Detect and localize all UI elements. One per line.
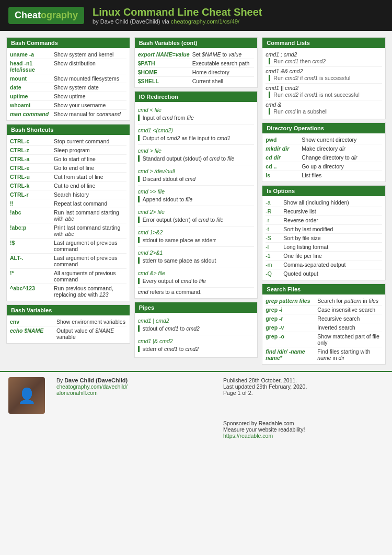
table-row: head -n1 /etc/issue Show distribution xyxy=(10,59,126,74)
io-desc: stderr of cmd1 to cmd2 xyxy=(138,346,255,352)
io-cmd: cmd < file xyxy=(138,106,255,114)
cmd-label: CTRL-u xyxy=(10,174,52,180)
cl-cmd: cmd1 && cmd2 xyxy=(266,68,382,74)
cmd-desc: Go to end of line xyxy=(54,165,126,171)
ls-flag: -S xyxy=(266,235,281,241)
io-row: cmd < file Input of cmd from file xyxy=(138,104,255,124)
cmd-desc: Show mounted filesystems xyxy=(54,75,126,82)
table-row: CTRL-k Cut to end of line xyxy=(10,182,126,190)
sf-row: grep -i Case insensitive search xyxy=(266,305,382,314)
cmd-label: mount xyxy=(10,75,52,82)
sf-desc: Show matched part of file only xyxy=(317,333,382,346)
table-row: mkdir dir Make directory dir xyxy=(266,144,382,153)
bash-shortcuts-body: CTRL-c Stop current command CTRL-z Sleep… xyxy=(7,135,130,301)
bash-variables-section: Bash Variables env Show environment vari… xyxy=(6,304,130,344)
sponsor-desc: Measure your website readability! xyxy=(223,426,384,433)
ls-row: -t Sort by last modified xyxy=(266,225,382,234)
io-cmd: cmd > file xyxy=(138,146,255,155)
updated-date: Last updated 29th February, 2020. xyxy=(223,383,384,390)
cmd-desc: Change directory to dir xyxy=(302,154,382,161)
cmd-desc: Last argument of previous command xyxy=(54,240,126,252)
cmd-desc: Show current directory xyxy=(302,137,382,143)
cmd-label: mkdir dir xyxy=(266,145,299,152)
footer-author-info: By Dave Child (DaveChild) cheatography.c… xyxy=(56,377,217,396)
cmd-desc: Last argument of previous command xyxy=(54,255,126,267)
io-redirection-section: IO Redirection cmd < file Input of cmd f… xyxy=(134,91,258,299)
cmd-label: whoami xyxy=(10,102,52,108)
cl-bar: Run cmd2 if cmd1 is successful xyxy=(269,75,382,81)
table-row: !abc Run last command starting with abc xyxy=(10,208,126,223)
cmd-label: ^abc^123 xyxy=(10,285,52,291)
table-row: env Show environment variables xyxy=(10,318,126,326)
cmd-label: cd dir xyxy=(266,154,299,161)
cheatography-link[interactable]: cheatography.com/1/cs/49/ xyxy=(171,18,239,25)
table-row: ALT-. Last argument of previous command xyxy=(10,254,126,269)
ls-desc: Sort by last modified xyxy=(283,226,382,232)
cmd-label: !abc xyxy=(10,209,52,216)
ls-desc: Recursive list xyxy=(283,208,382,214)
cl-cmd: cmd & xyxy=(266,101,382,108)
sf-desc: Find files starting with name in dir xyxy=(317,348,382,361)
pipes-section: Pipes cmd1 | cmd2 stdout of cmd1 to cmd2… xyxy=(134,302,258,358)
cmd-list-row: cmd1 || cmd2 Run cmd2 if cmd1 is not suc… xyxy=(266,84,382,100)
cmd-label: echo $NAME xyxy=(10,327,54,334)
table-row: $PATH Executable search path xyxy=(138,59,255,68)
io-desc: stdout of cmd1 to cmd2 xyxy=(138,325,255,332)
io-cmd: cmd >> file xyxy=(138,187,255,196)
io-desc: Input of cmd from file xyxy=(138,115,255,121)
cmd-desc: Run last command starting with abc xyxy=(54,209,126,222)
io-cmd: cmd 2> file xyxy=(138,208,255,216)
ls-row: -m Comma-separated output xyxy=(266,260,382,269)
io-note: cmd refers to a command. xyxy=(138,288,255,296)
table-row: !abc:p Print last command starting with … xyxy=(10,223,126,239)
bash-variables-cont-heading: Bash Variables (cont) xyxy=(135,38,258,48)
sponsor-link[interactable]: https://readable.com xyxy=(223,433,273,439)
io-cmd: cmd1 |& cmd2 xyxy=(138,337,255,345)
cmd-label: $HOME xyxy=(138,69,190,75)
io-desc: Output of cmd2 as file input to cmd1 xyxy=(138,135,255,141)
io-row: cmd > /dev/null Discard stdout of cmd xyxy=(138,165,255,186)
table-row: $HOME Home directory xyxy=(138,68,255,77)
cmd-desc: List files xyxy=(302,172,382,178)
io-desc: Standard output (stdout) of cmd to file xyxy=(138,155,255,162)
io-desc: stderr to same place as stdout xyxy=(138,257,255,264)
logo: Cheatography xyxy=(8,7,84,24)
sf-row: grep -v Inverted search xyxy=(266,323,382,332)
io-row: cmd 2>&1 stderr to same place as stdout xyxy=(138,247,255,267)
cmd-desc: Cut to end of line xyxy=(54,183,126,189)
page-title: Linux Command Line Cheat Sheet xyxy=(93,6,262,18)
bash-commands-body: uname -a Show system and kernel head -n1… xyxy=(7,48,130,120)
table-row: uname -a Show system and kernel xyxy=(10,50,126,59)
cmd-label: env xyxy=(10,319,54,325)
ls-row: -1 One file per line xyxy=(266,252,382,260)
page-number: Page 1 of 2. xyxy=(223,390,384,396)
search-files-heading: Search Files xyxy=(262,284,385,295)
cl-cmd: cmd1 ; cmd2 xyxy=(266,51,382,58)
author-website-link[interactable]: cheatography.com/davechild/ xyxy=(56,383,128,390)
author-blog-link[interactable]: aloneonahill.com xyxy=(56,390,98,396)
table-row: CTRL-u Cut from start of line xyxy=(10,173,126,182)
bash-variables-heading: Bash Variables xyxy=(7,305,130,315)
search-files-body: grep pattern files Search for pattern in… xyxy=(262,295,385,364)
io-redirection-body: cmd < file Input of cmd from file cmd1 <… xyxy=(135,102,258,298)
command-lists-heading: Command Lists xyxy=(262,38,385,48)
ls-row: -R Recursive list xyxy=(266,207,382,216)
cmd-desc: Run previous command, replacing abc with… xyxy=(54,285,126,298)
io-desc: Discard stdout of cmd xyxy=(138,176,255,182)
cmd-label: ALT-. xyxy=(10,255,52,261)
cl-bar: Run cmd in a subshell xyxy=(269,108,382,115)
sf-cmd: grep -o xyxy=(266,333,315,346)
table-row: whoami Show your username xyxy=(10,101,126,110)
io-row: cmd 1>&2 stdout to same place as stderr xyxy=(138,226,255,247)
command-lists-body: cmd1 ; cmd2 Run cmd1 then cmd2 cmd1 && c… xyxy=(262,48,385,119)
cmd-label: CTRL-a xyxy=(10,156,52,162)
bash-variables-cont-section: Bash Variables (cont) export NAME=value … xyxy=(134,37,258,88)
table-row: pwd Show current directory xyxy=(266,135,382,144)
ls-desc: Sort by file size xyxy=(283,235,382,241)
table-row: CTRL-a Go to start of line xyxy=(10,155,126,164)
cl-bar: Run cmd1 then cmd2 xyxy=(269,58,382,64)
cmd-desc: Sleep program xyxy=(54,147,126,153)
cmd-desc: Search history xyxy=(54,191,126,198)
cmd-label: !! xyxy=(10,200,52,207)
bash-commands-heading: Bash Commands xyxy=(7,38,130,48)
